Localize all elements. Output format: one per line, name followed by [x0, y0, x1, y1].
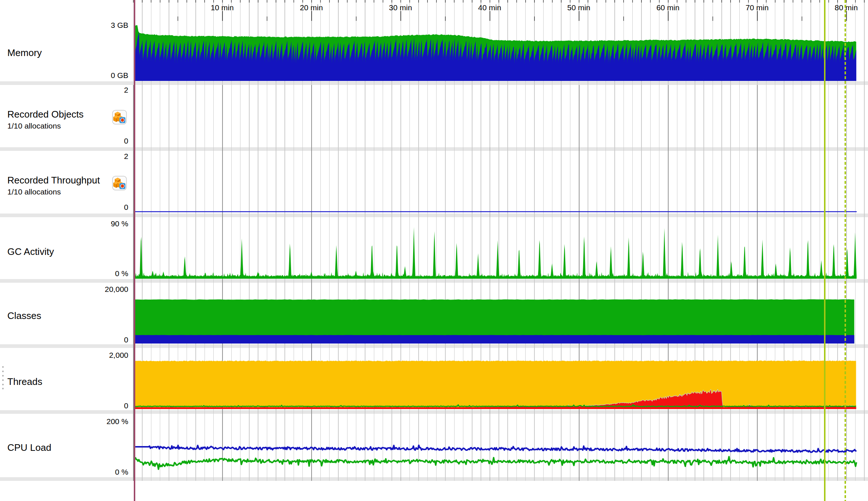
gc-activity-axis-min: 0 %: [0, 269, 128, 278]
row-title-threads: Threads: [7, 376, 42, 387]
time-axis-label: 20 min: [286, 3, 337, 12]
recorded-throughput-chart[interactable]: [133, 151, 868, 214]
memory-axis-max: 3 GB: [0, 21, 128, 30]
row-drag-handle[interactable]: [1, 365, 5, 390]
time-axis-label: 50 min: [553, 3, 604, 12]
row-subtitle-recorded-objects: 1/10 allocations: [7, 121, 61, 131]
memory-axis-min: 0 GB: [0, 71, 128, 80]
time-axis-label: 10 min: [196, 3, 248, 12]
row-title-recorded-objects: Recorded Objects: [7, 108, 84, 120]
recorded-objects-axis-max: 2: [0, 85, 128, 95]
gc-activity-chart[interactable]: [133, 217, 868, 279]
row-separator: [0, 344, 868, 348]
recorded-objects-chart[interactable]: [133, 85, 868, 147]
row-separator: [0, 279, 868, 283]
threads-chart[interactable]: [133, 348, 868, 410]
classes-chart[interactable]: [133, 283, 868, 344]
recorded-throughput-axis-max: 2: [0, 152, 128, 161]
row-title-cpu-load: CPU Load: [7, 442, 51, 453]
threads-axis-min: 0: [0, 401, 128, 411]
cpu-load-chart[interactable]: [133, 414, 868, 477]
classes-axis-max: 20,000: [0, 285, 128, 294]
allocation-recording-icon[interactable]: [112, 110, 127, 125]
row-title-gc-activity: GC Activity: [7, 246, 54, 257]
row-separator: [0, 81, 868, 85]
row-separator: [0, 410, 868, 414]
telemetry-view: Memory 3 GB 0 GB Recorded Objects 1/10 a…: [0, 0, 868, 501]
recorded-objects-axis-min: 0: [0, 136, 128, 146]
row-title-classes: Classes: [7, 310, 41, 322]
time-axis-label: 30 min: [375, 3, 426, 12]
allocation-recording-icon[interactable]: [112, 176, 127, 190]
row-title-recorded-throughput: Recorded Throughput: [7, 174, 100, 186]
row-separator: [0, 214, 868, 217]
row-separator: [0, 147, 868, 151]
row-title-memory: Memory: [7, 47, 42, 59]
gc-activity-axis-max: 90 %: [0, 219, 128, 229]
row-separator: [0, 477, 868, 481]
cpu-load-axis-max: 200 %: [0, 417, 128, 426]
classes-axis-min: 0: [0, 335, 128, 345]
time-axis-label: 70 min: [731, 3, 783, 12]
cpu-load-axis-min: 0 %: [0, 467, 128, 477]
threads-axis-max: 2,000: [0, 350, 128, 360]
time-axis-label: 60 min: [642, 3, 694, 12]
recording-start-marker: [134, 0, 135, 501]
recorded-throughput-axis-min: 0: [0, 203, 128, 212]
selection-start-marker: [824, 0, 825, 501]
time-axis-label: 40 min: [464, 3, 515, 12]
current-time-marker: [845, 0, 846, 501]
row-subtitle-recorded-throughput: 1/10 allocations: [7, 187, 61, 197]
